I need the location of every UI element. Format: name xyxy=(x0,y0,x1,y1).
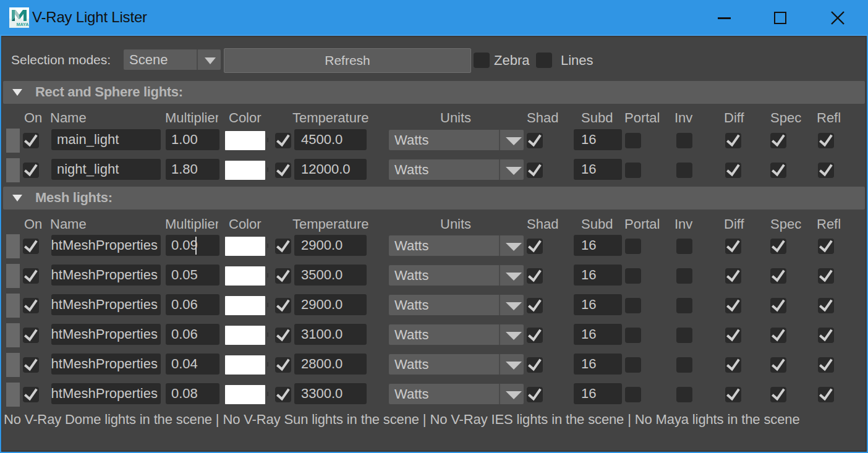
svg-text:MAYA: MAYA xyxy=(17,22,29,27)
